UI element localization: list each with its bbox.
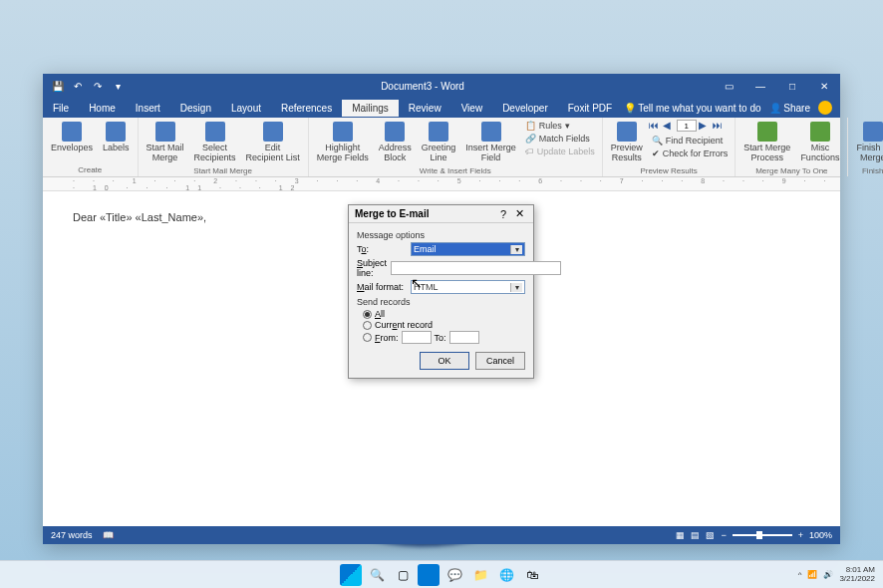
last-record-icon[interactable]: ⏭ xyxy=(713,120,725,132)
minimize-button[interactable]: — xyxy=(744,74,776,98)
feedback-icon[interactable] xyxy=(818,101,832,115)
gear-icon xyxy=(810,122,830,142)
recipients-icon xyxy=(205,122,225,142)
view-web-icon[interactable]: ▧ xyxy=(706,530,715,540)
tab-mailings[interactable]: Mailings xyxy=(342,100,399,117)
to-select[interactable]: Email▾ xyxy=(411,242,525,256)
zoom-level[interactable]: 100% xyxy=(809,530,832,540)
play-icon xyxy=(757,122,777,142)
radio-icon xyxy=(363,310,372,319)
chevron-down-icon: ▾ xyxy=(510,245,522,254)
start-button[interactable] xyxy=(340,564,362,586)
start-mail-merge-button[interactable]: Start Mail Merge xyxy=(143,120,188,165)
rules-button[interactable]: 📋 Rules ▾ xyxy=(522,120,598,132)
close-button[interactable]: ✕ xyxy=(808,74,840,98)
mail-format-select[interactable]: HTML▾ xyxy=(411,280,525,294)
tab-insert[interactable]: Insert xyxy=(126,100,170,117)
share-button[interactable]: 👤 Share xyxy=(769,103,810,114)
preview-results-button[interactable]: Preview Results xyxy=(607,120,647,165)
task-view-icon[interactable]: ▢ xyxy=(392,564,414,586)
search-icon[interactable]: 🔍 xyxy=(366,564,388,586)
radio-from[interactable]: From: To: xyxy=(363,331,525,344)
record-number-input[interactable] xyxy=(677,120,697,132)
tab-layout[interactable]: Layout xyxy=(221,100,271,117)
explorer-icon[interactable]: 📁 xyxy=(469,564,491,586)
titlebar: 💾 ↶ ↷ ▾ Document3 - Word ▭ — □ ✕ xyxy=(43,74,840,98)
ruler[interactable]: · · · 1 · · · 2 · · · 3 · · · 4 · · · 5 … xyxy=(43,177,840,191)
misc-functions-button[interactable]: Misc Functions xyxy=(796,120,843,165)
to-input[interactable] xyxy=(449,331,479,344)
find-recipient-button[interactable]: 🔍 Find Recipient xyxy=(649,135,732,147)
greeting-line-button[interactable]: Greeting Line xyxy=(418,120,460,165)
tray-wifi-icon[interactable]: 📶 xyxy=(807,570,817,579)
radio-all[interactable]: All xyxy=(363,309,525,319)
tab-review[interactable]: Review xyxy=(399,100,451,117)
radio-current[interactable]: Current record xyxy=(363,320,525,330)
dialog-help-button[interactable]: ? xyxy=(495,208,511,220)
ribbon-options-icon[interactable]: ▭ xyxy=(713,74,744,98)
tray-volume-icon[interactable]: 🔊 xyxy=(823,570,833,579)
zoom-slider[interactable] xyxy=(733,534,792,536)
tab-view[interactable]: View xyxy=(451,100,493,117)
clock[interactable]: 8:01 AM 3/21/2022 xyxy=(839,566,875,584)
ribbon: Envelopes Labels Create Start Mail Merge… xyxy=(43,118,840,177)
chat-icon[interactable]: 💬 xyxy=(443,564,465,586)
dialog-titlebar[interactable]: Merge to E-mail ? ✕ xyxy=(349,205,533,223)
cancel-button[interactable]: Cancel xyxy=(475,352,525,370)
start-merge-process-button[interactable]: Start Merge Process xyxy=(739,120,794,165)
ok-button[interactable]: OK xyxy=(420,352,469,370)
zoom-out-button[interactable]: − xyxy=(721,530,726,540)
maximize-button[interactable]: □ xyxy=(776,74,808,98)
edge-icon[interactable]: 🌐 xyxy=(495,564,517,586)
tab-home[interactable]: Home xyxy=(79,100,126,117)
edit-recipient-list-button[interactable]: Edit Recipient List xyxy=(242,120,304,165)
edit-list-icon xyxy=(263,122,283,142)
spell-check-icon[interactable]: 📖 xyxy=(103,530,114,540)
prev-record-icon[interactable]: ◀ xyxy=(663,120,675,132)
finish-merge-button[interactable]: Finish & Merge xyxy=(852,120,883,165)
envelope-icon xyxy=(62,122,82,142)
tab-design[interactable]: Design xyxy=(170,100,221,117)
labels-button[interactable]: Labels xyxy=(99,120,134,155)
dialog-close-button[interactable]: ✕ xyxy=(511,207,527,220)
from-input[interactable] xyxy=(402,331,432,344)
send-records-label: Send records xyxy=(357,297,525,307)
greeting-icon xyxy=(429,122,448,142)
preview-icon xyxy=(617,122,637,142)
ribbon-group-start-merge: Start Mail Merge Select Recipients Edit … xyxy=(139,118,309,176)
widgets-icon[interactable] xyxy=(418,564,440,586)
dialog-title: Merge to E-mail xyxy=(355,208,495,219)
next-record-icon[interactable]: ▶ xyxy=(699,120,711,132)
view-read-icon[interactable]: ▦ xyxy=(676,530,685,540)
ribbon-group-finish: Finish & Merge Finish xyxy=(848,118,883,176)
insert-merge-field-button[interactable]: Insert Merge Field xyxy=(461,120,520,165)
select-recipients-button[interactable]: Select Recipients xyxy=(190,120,240,165)
word-count[interactable]: 247 words xyxy=(51,530,93,540)
highlight-fields-button[interactable]: Highlight Merge Fields xyxy=(313,120,373,165)
message-options-label: Message options xyxy=(357,230,525,240)
tray-chevron-icon[interactable]: ^ xyxy=(798,570,802,579)
chevron-down-icon: ▾ xyxy=(510,283,522,292)
zoom-in-button[interactable]: + xyxy=(798,530,803,540)
redo-icon[interactable]: ↷ xyxy=(91,79,105,93)
save-icon[interactable]: 💾 xyxy=(51,79,65,93)
qat-dropdown-icon[interactable]: ▾ xyxy=(111,79,125,93)
ribbon-group-create: Envelopes Labels Create xyxy=(43,118,139,176)
tell-me[interactable]: 💡 Tell me what you want to do xyxy=(624,103,761,114)
subject-input[interactable] xyxy=(391,261,561,275)
tab-references[interactable]: References xyxy=(271,100,342,117)
highlight-icon xyxy=(333,122,353,142)
store-icon[interactable]: 🛍 xyxy=(521,564,543,586)
update-labels-button[interactable]: 🏷 Update Labels xyxy=(522,146,598,157)
address-block-button[interactable]: Address Block xyxy=(375,120,416,165)
envelopes-button[interactable]: Envelopes xyxy=(47,120,97,155)
match-fields-button[interactable]: 🔗 Match Fields xyxy=(522,133,598,145)
undo-icon[interactable]: ↶ xyxy=(71,79,85,93)
first-record-icon[interactable]: ⏮ xyxy=(649,120,661,132)
view-print-icon[interactable]: ▤ xyxy=(691,530,700,540)
check-errors-button[interactable]: ✔ Check for Errors xyxy=(649,147,732,159)
address-icon xyxy=(385,122,405,142)
tab-file[interactable]: File xyxy=(43,100,79,117)
tab-developer[interactable]: Developer xyxy=(492,100,558,117)
tab-foxit[interactable]: Foxit PDF xyxy=(558,100,622,117)
